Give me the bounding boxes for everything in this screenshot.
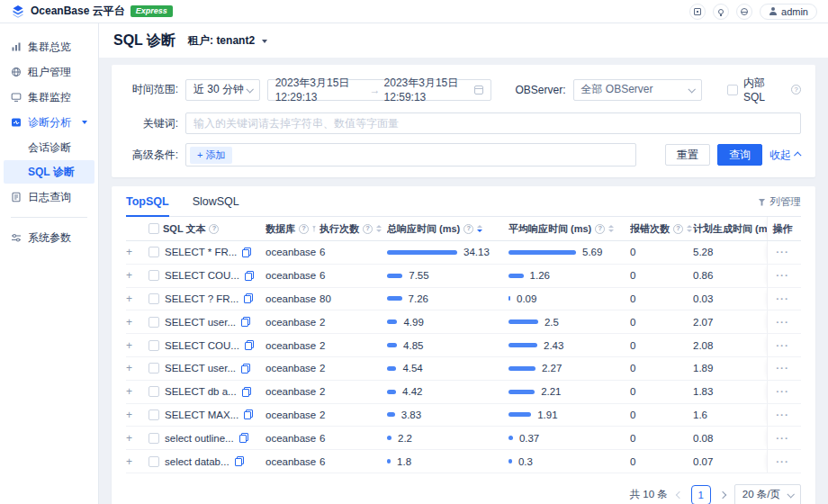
copy-icon[interactable] — [244, 410, 253, 419]
row-checkbox[interactable] — [148, 410, 159, 420]
sidebar-item-diagnosis[interactable]: 诊断分析 — [0, 110, 98, 135]
brand[interactable]: OceanBase 云平台 Express — [11, 4, 173, 19]
ellipsis-icon[interactable] — [776, 340, 789, 351]
sql-text-link[interactable]: SELECT MAX... — [165, 410, 238, 420]
sql-text-link[interactable]: SELECT COU... — [165, 340, 239, 351]
ellipsis-icon[interactable] — [776, 247, 789, 257]
sql-text-link[interactable]: SELECT user... — [165, 317, 236, 328]
plus-expand-icon[interactable] — [126, 247, 132, 257]
sidebar-item-log-query[interactable]: 日志查询 — [0, 184, 98, 210]
row-checkbox[interactable] — [148, 386, 159, 397]
sql-text-link[interactable]: SELECT * FR... — [165, 247, 237, 257]
sql-text-link[interactable]: select datab... — [165, 456, 230, 467]
caret-sorter-icon[interactable] — [376, 225, 382, 232]
ellipsis-icon[interactable] — [776, 433, 789, 444]
table-header-row: SQL 文本 数据库 执行次数 总响应时间 (ms) — [126, 217, 801, 241]
plus-expand-icon[interactable] — [126, 433, 132, 444]
sql-text-link[interactable]: SELECT db a... — [165, 386, 237, 397]
add-condition-button[interactable]: + 添加 — [190, 147, 232, 164]
caret-sorter-icon[interactable] — [477, 225, 482, 232]
plus-expand-icon[interactable] — [126, 410, 132, 420]
plus-expand-icon[interactable] — [126, 386, 132, 397]
copy-icon[interactable] — [245, 271, 254, 281]
header-avg-response[interactable]: 平均响应时间 (ms) — [508, 222, 630, 236]
copy-icon[interactable] — [241, 317, 250, 327]
observer-select[interactable]: 全部 OBServer — [573, 79, 702, 101]
user-menu[interactable]: admin — [760, 4, 817, 20]
row-checkbox[interactable] — [148, 293, 159, 304]
tenant-selector[interactable]: 租户: tenant2 — [188, 33, 267, 49]
sql-text-link[interactable]: select outline... — [165, 433, 234, 444]
help-button[interactable] — [713, 4, 729, 20]
funnel-icon[interactable] — [312, 226, 316, 232]
row-checkbox[interactable] — [148, 247, 159, 257]
page-size-select[interactable]: 20 条/页 — [734, 484, 801, 504]
sidebar-item-system-params[interactable]: 系统参数 — [0, 225, 98, 250]
plus-expand-icon[interactable] — [126, 293, 132, 304]
sidebar-item-cluster-overview[interactable]: 集群总览 — [0, 34, 98, 59]
sidebar-item-sql-diagnosis[interactable]: SQL 诊断 — [4, 160, 94, 184]
module-button[interactable] — [689, 4, 706, 20]
tab-topsql[interactable]: TopSQL — [126, 195, 169, 216]
ellipsis-icon[interactable] — [776, 317, 789, 328]
column-manager[interactable]: 列管理 — [759, 195, 802, 216]
row-checkbox[interactable] — [148, 456, 159, 467]
ellipsis-icon[interactable] — [776, 410, 789, 420]
plus-expand-icon[interactable] — [126, 317, 132, 328]
row-checkbox[interactable] — [148, 317, 159, 328]
caret-sorter-icon[interactable] — [687, 225, 692, 232]
copy-icon[interactable] — [239, 433, 248, 443]
database-cell: oceanbase — [266, 270, 320, 281]
copy-icon[interactable] — [242, 387, 251, 397]
sql-text-link[interactable]: SELECT ? FR... — [165, 293, 238, 304]
monitor-icon — [11, 92, 22, 103]
plus-expand-icon[interactable] — [126, 363, 132, 374]
plus-expand-icon[interactable] — [126, 456, 132, 467]
internal-sql-checkbox[interactable] — [727, 85, 738, 95]
internal-sql-checkbox-wrap[interactable]: 内部 SQL — [727, 76, 801, 104]
copy-icon[interactable] — [242, 248, 251, 257]
copy-icon[interactable] — [244, 293, 253, 303]
header-plan-gen-time[interactable]: 计划生成时间 (ms) — [693, 222, 767, 236]
header-total-response[interactable]: 总响应时间 (ms) — [387, 222, 508, 236]
locale-button[interactable] — [736, 4, 752, 20]
sidebar-item-tenant-management[interactable]: 租户管理 — [0, 59, 98, 85]
chevron-right-icon[interactable] — [719, 491, 726, 499]
header-database[interactable]: 数据库 — [266, 222, 320, 236]
query-button[interactable]: 查询 — [717, 144, 762, 166]
copy-icon[interactable] — [235, 456, 244, 466]
table-row: SELECT COU... oceanbase 6 7.55 1.26 0 0.… — [126, 265, 801, 288]
sql-text-link[interactable]: SELECT user... — [165, 363, 236, 374]
row-checkbox[interactable] — [148, 363, 159, 374]
ellipsis-icon[interactable] — [776, 456, 789, 467]
header-exec-count[interactable]: 执行次数 — [320, 222, 387, 236]
plus-expand-icon[interactable] — [126, 270, 132, 281]
copy-icon[interactable] — [241, 364, 250, 374]
plus-expand-icon[interactable] — [126, 340, 132, 351]
keyword-input[interactable] — [185, 112, 801, 134]
caret-sorter-icon[interactable] — [608, 225, 614, 232]
database-cell: oceanbase — [266, 410, 320, 420]
sidebar-item-session-diagnosis[interactable]: 会话诊断 — [4, 136, 94, 159]
ellipsis-icon[interactable] — [776, 386, 789, 397]
ellipsis-icon[interactable] — [776, 293, 789, 304]
date-range-picker[interactable]: 2023年3月15日 12:29:13 → 2023年3月15日 12:59:1… — [267, 79, 492, 101]
reset-button[interactable]: 重置 — [665, 144, 710, 166]
tabs-bar: TopSQL SlowSQL 列管理 — [126, 186, 801, 217]
collapse-toggle[interactable]: 收起 — [770, 148, 801, 163]
time-range-select[interactable]: 近 30 分钟 — [185, 79, 260, 101]
row-checkbox[interactable] — [148, 270, 159, 281]
chevron-left-icon[interactable] — [676, 491, 683, 499]
sql-text-link[interactable]: SELECT COU... — [165, 270, 239, 281]
row-checkbox[interactable] — [148, 340, 159, 351]
copy-icon[interactable] — [245, 340, 254, 350]
page-number-button[interactable]: 1 — [691, 485, 711, 504]
ellipsis-icon[interactable] — [776, 270, 789, 281]
tab-slowsql[interactable]: SlowSQL — [193, 195, 239, 216]
total-response-bar — [387, 274, 402, 278]
ellipsis-icon[interactable] — [776, 363, 789, 374]
sidebar-item-cluster-monitor[interactable]: 集群监控 — [0, 85, 98, 110]
header-error-count[interactable]: 报错次数 — [630, 222, 693, 236]
select-all-checkbox[interactable] — [148, 223, 159, 234]
row-checkbox[interactable] — [148, 433, 159, 444]
